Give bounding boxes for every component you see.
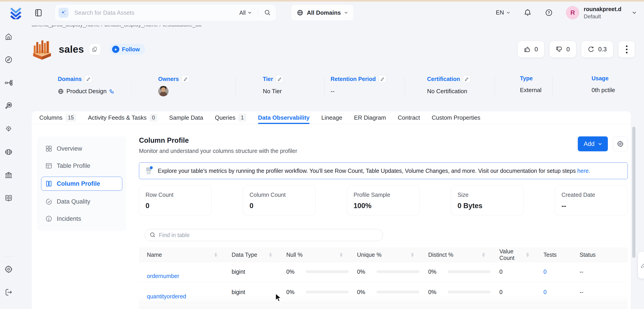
- find-in-table[interactable]: [144, 229, 383, 241]
- nav-pipelines-icon[interactable]: [0, 77, 17, 89]
- settings-icon[interactable]: [0, 263, 17, 275]
- nav-glossary-icon[interactable]: [0, 192, 17, 204]
- data-type-cell: bigint: [225, 262, 280, 282]
- global-search[interactable]: All: [55, 4, 276, 21]
- sort-icon[interactable]: [482, 253, 485, 257]
- language-selector[interactable]: EN: [496, 9, 510, 16]
- nav-domains-icon[interactable]: [0, 146, 17, 158]
- search-input[interactable]: [74, 9, 239, 16]
- tab-count-badge: 0: [150, 114, 158, 122]
- widget-handle-icon: [640, 262, 644, 268]
- collapsed-side-widget[interactable]: [638, 251, 644, 279]
- col-header-data-type[interactable]: Data Type: [225, 247, 280, 262]
- downvote-button[interactable]: 0: [549, 41, 576, 58]
- subnav-data-quality[interactable]: Data Quality: [41, 195, 122, 208]
- tab-custom-properties[interactable]: Custom Properties: [432, 111, 480, 124]
- user-menu[interactable]: rounakpreet.d Default: [584, 6, 622, 20]
- tab-data-observability[interactable]: Data Observability: [258, 111, 310, 124]
- tab-contract[interactable]: Contract: [398, 111, 420, 124]
- tests-cell: 0: [537, 262, 573, 282]
- subnav-incidents[interactable]: Incidents: [41, 212, 122, 225]
- tab-er-diagram[interactable]: ER Diagram: [354, 111, 386, 124]
- type-label: Type: [520, 75, 533, 82]
- nav-discovery-icon[interactable]: [0, 100, 17, 112]
- profiler-settings-button[interactable]: [613, 136, 628, 151]
- domains-value[interactable]: Product Design: [58, 88, 114, 95]
- vertical-scrollbar[interactable]: [632, 127, 636, 258]
- subnav-overview[interactable]: Overview: [41, 142, 122, 155]
- edit-certification-button[interactable]: [463, 75, 470, 83]
- subnav-table-profile[interactable]: Table Profile: [41, 159, 122, 172]
- meta-usage: Usage 0th pctile: [592, 75, 615, 94]
- entity-header: sales ★ Follow 0 0 0.3: [31, 39, 635, 60]
- tab-queries[interactable]: Queries1: [215, 111, 246, 124]
- more-options-button[interactable]: [618, 41, 635, 58]
- search-scope-dropdown[interactable]: All: [239, 10, 252, 16]
- version-history-icon: [588, 46, 594, 53]
- unique-pct-cell: 0%: [350, 303, 422, 309]
- profiler-workflow-icon: ⋯: [144, 166, 153, 176]
- domain-name[interactable]: Product Design: [66, 88, 107, 95]
- tests-link[interactable]: 0: [544, 289, 546, 295]
- certification-value: No Certification: [427, 88, 467, 95]
- column-link[interactable]: ordernumber: [147, 273, 179, 279]
- sort-icon[interactable]: [214, 253, 217, 257]
- profile-bar: [448, 270, 490, 273]
- edit-owners-button[interactable]: [182, 75, 189, 83]
- tab-sample-data[interactable]: Sample Data: [169, 111, 203, 124]
- subnav-column-profile[interactable]: Column Profile: [41, 177, 122, 191]
- column-link[interactable]: quantityordered: [147, 293, 186, 300]
- globe-icon: [297, 10, 303, 16]
- tab-lineage[interactable]: Lineage: [321, 111, 342, 124]
- edit-retention-button[interactable]: [378, 75, 386, 83]
- nav-insights-icon[interactable]: [0, 123, 17, 135]
- tests-link[interactable]: 0: [544, 268, 546, 275]
- upvote-count: 0: [534, 46, 538, 53]
- edit-domains-button[interactable]: [84, 75, 92, 83]
- add-button[interactable]: Add: [578, 136, 608, 151]
- col-header-distinct-pct[interactable]: Distinct %: [422, 247, 492, 262]
- documentation-link[interactable]: here.: [577, 168, 590, 174]
- find-in-table-input[interactable]: [159, 232, 378, 238]
- entity-detail-card: Columns15 Activity Feeds & Tasks0 Sample…: [32, 111, 631, 309]
- col-header-unique-pct[interactable]: Unique %: [350, 247, 422, 262]
- col-header-name[interactable]: Name: [139, 247, 225, 262]
- edit-tier-button[interactable]: [276, 75, 283, 83]
- chevron-down-icon[interactable]: [632, 11, 636, 14]
- domains-label: Domains: [58, 76, 82, 82]
- app-header: All All Domains EN: [0, 0, 644, 25]
- mouse-cursor: [275, 293, 283, 302]
- follow-button[interactable]: ★ Follow: [109, 44, 145, 55]
- tab-columns[interactable]: Columns15: [39, 111, 76, 124]
- version-button[interactable]: 0.3: [581, 41, 613, 58]
- sidebar-toggle-icon[interactable]: [34, 8, 43, 17]
- meta-divider: [324, 77, 325, 96]
- sort-icon[interactable]: [526, 253, 529, 257]
- search-icon[interactable]: [264, 10, 271, 16]
- logout-icon[interactable]: [0, 286, 17, 298]
- user-initial: R: [570, 9, 575, 16]
- nav-explore-icon[interactable]: [0, 53, 17, 66]
- summary-cards: Row Count 0 Column Count 0 Profile Sampl…: [139, 185, 628, 215]
- owner-avatar[interactable]: [158, 86, 168, 96]
- notifications-button[interactable]: [524, 9, 531, 17]
- upvote-button[interactable]: 0: [518, 41, 544, 58]
- sort-icon[interactable]: [340, 253, 342, 257]
- ai-sparkle-icon[interactable]: [58, 8, 68, 18]
- col-header-value-count[interactable]: Value Count: [492, 247, 537, 262]
- status-cell: --: [573, 262, 628, 282]
- distinct-pct-cell: 0%: [422, 262, 492, 282]
- tab-activity-feeds[interactable]: Activity Feeds & Tasks0: [88, 111, 157, 124]
- app-logo-icon[interactable]: [8, 6, 23, 19]
- nav-govern-icon[interactable]: [0, 169, 17, 181]
- nav-home-icon[interactable]: [0, 30, 17, 43]
- domain-selector[interactable]: All Domains: [291, 5, 354, 21]
- copy-name-button[interactable]: [89, 44, 101, 55]
- distinct-pct-cell: 0%: [422, 303, 492, 309]
- sort-icon[interactable]: [411, 253, 414, 257]
- col-header-null-pct[interactable]: Null %: [280, 247, 350, 262]
- help-button[interactable]: ?: [545, 9, 552, 16]
- user-avatar[interactable]: R: [566, 6, 579, 19]
- sort-icon[interactable]: [269, 253, 272, 257]
- section-subtitle: Monitor and understand your columns stru…: [139, 148, 297, 154]
